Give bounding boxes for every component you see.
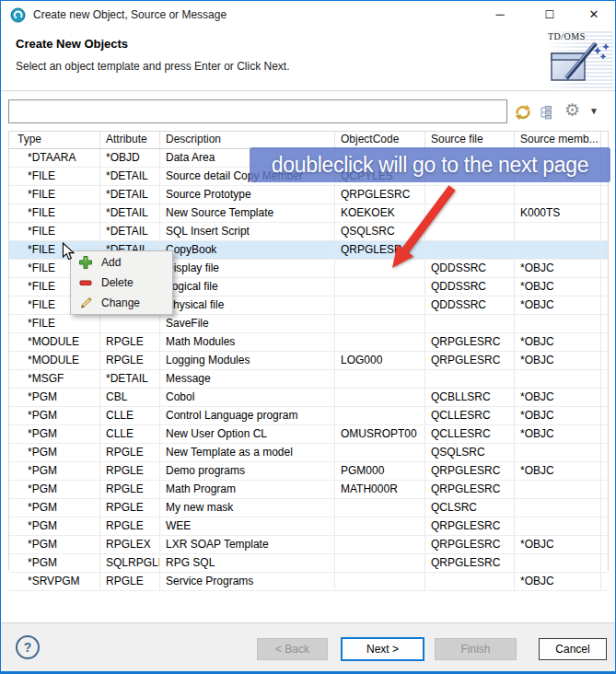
close-button[interactable]: ✕: [577, 1, 610, 29]
table-row[interactable]: *FILESaveFile: [9, 315, 608, 333]
table-row[interactable]: *PGMSQLRPGLERPG SQLQRPGLESRC: [9, 554, 608, 573]
table-cell: *OBJC: [515, 296, 601, 314]
maximize-button[interactable]: ☐: [533, 1, 566, 29]
page-title: Create New Objects: [16, 37, 128, 51]
table-cell: [515, 186, 601, 203]
table-cell: *PGM: [9, 517, 100, 535]
table-cell: RPGLEX: [100, 536, 160, 553]
column-header[interactable]: ObjectCode: [335, 132, 425, 148]
table-cell: *DETAIL: [100, 370, 160, 388]
column-header[interactable]: Source file: [425, 132, 515, 148]
finish-button[interactable]: Finish: [435, 638, 517, 660]
filter-input[interactable]: [8, 99, 507, 123]
table-cell: *MODULE: [9, 352, 100, 369]
table-cell: New Source Template: [160, 204, 335, 222]
table-row[interactable]: *MSGF*DETAILMessage: [9, 370, 608, 389]
table-row[interactable]: *FILE*DETAILSource PrototypeQRPGLESRC: [9, 186, 608, 204]
wizard-header: Create New Objects Select an object temp…: [1, 29, 615, 91]
table-row[interactable]: *PGMRPGLEDemo programsPGM000QRPGLESRC*OB…: [9, 462, 608, 481]
annotation-banner: doubleclick will go to the next page: [250, 147, 610, 182]
change-pencil-icon: [78, 296, 93, 310]
table-row[interactable]: *SRVPGMRPGLEService Programs*OBJC: [9, 573, 608, 591]
back-button[interactable]: < Back: [257, 638, 328, 660]
table-cell: *PGM: [9, 407, 100, 424]
table-cell: [335, 517, 425, 535]
sync-icon[interactable]: [514, 103, 532, 122]
table-cell: QCLLESRC: [425, 407, 515, 424]
column-header[interactable]: Type: [9, 132, 100, 148]
window-title: Create new Object, Source or Message: [33, 8, 227, 21]
table-cell: *FILE: [9, 204, 100, 222]
table-cell: LOG000: [335, 352, 425, 369]
table-row[interactable]: *FILE*DETAILNew Source TemplateKOEKOEKK0…: [9, 204, 608, 223]
mouse-cursor-icon: [62, 242, 76, 261]
table-row[interactable]: *MODULERPGLEMath ModulesQRPGLESRC*OBJC: [9, 333, 608, 352]
minimize-button[interactable]: ─: [483, 1, 517, 29]
table-cell: CopyBook: [160, 241, 335, 259]
table-cell: *OBJC: [515, 278, 601, 296]
table-row[interactable]: *FILE*DETAILSQL Insert ScriptQSQLSRC: [9, 223, 608, 241]
button-bar: ? < Back Next > Finish Cancel: [1, 622, 615, 673]
table-row[interactable]: *MODULERPGLELogging ModulesLOG000QRPGLES…: [9, 352, 608, 370]
table-cell: RPGLE: [100, 573, 160, 590]
table-cell: *OBJC: [515, 536, 601, 553]
table-row[interactable]: *PGMRPGLEMath ProgramMATH000RQRPGLESRC: [9, 481, 608, 499]
table-cell: New Template as a model: [160, 444, 335, 461]
table-cell: [335, 296, 425, 314]
table-cell: [335, 315, 425, 332]
table-cell: Display file: [160, 260, 335, 277]
column-header[interactable]: Source memb...: [515, 132, 601, 148]
table-cell: *DETAIL: [100, 168, 160, 185]
table-row[interactable]: *PGMCLLENew User Option CLOMUSROPT00QCLL…: [9, 425, 608, 444]
context-menu: Add Delete Change: [70, 250, 173, 315]
table-row[interactable]: *PGMCLLEControl Language programQCLLESRC…: [9, 407, 608, 425]
help-icon[interactable]: ?: [16, 635, 40, 659]
table-cell: [515, 554, 601, 572]
menu-item-add[interactable]: Add: [71, 252, 172, 273]
table-cell: *SRVPGM: [9, 573, 100, 590]
table-row[interactable]: *PGMRPGLEWEEQRPGLESRC: [9, 517, 608, 536]
table-cell: [515, 241, 601, 259]
table-cell: [425, 370, 515, 388]
table-cell: *OBJC: [515, 425, 601, 443]
table-cell: *FILE: [9, 223, 100, 240]
table-cell: QRPGLESRC: [425, 481, 515, 498]
table-cell: [335, 499, 425, 517]
table-cell: *OBJD: [100, 149, 160, 167]
table-cell: Source Prototype: [160, 186, 335, 203]
menu-item-delete[interactable]: Delete: [71, 273, 172, 293]
settings-gear-icon[interactable]: ⚙: [564, 101, 580, 120]
table-cell: Cobol: [160, 389, 335, 406]
table-cell: [515, 315, 601, 332]
table-cell: [335, 333, 425, 351]
table-cell: *DTAARA: [9, 149, 100, 167]
table-row[interactable]: *PGMRPGLENew Template as a modelQSQLSRC: [9, 444, 608, 462]
column-header[interactable]: Attribute: [100, 132, 160, 148]
next-button[interactable]: Next >: [341, 637, 424, 661]
menu-item-change[interactable]: Change: [71, 293, 172, 313]
tdoms-logo: TD/OMS: [544, 29, 613, 88]
table-cell: RPGLE: [100, 333, 160, 351]
table-cell: *FILE: [9, 168, 100, 185]
table-cell: WEE: [160, 517, 335, 535]
tree-icon[interactable]: [539, 105, 553, 120]
wizard-wand-icon: [544, 41, 613, 87]
dropdown-caret-icon[interactable]: ▼: [589, 106, 599, 116]
table-cell: *OBJC: [515, 573, 601, 590]
table-row[interactable]: *PGMCBLCobolQCBLLSRC*OBJC: [9, 389, 608, 407]
table-row[interactable]: *PGMRPGLEMy new maskQCLSRC: [9, 499, 608, 517]
cancel-button[interactable]: Cancel: [539, 638, 607, 660]
table-row[interactable]: *PGMRPGLEXLXR SOAP TemplateQRPGLESRC*OBJ…: [9, 536, 608, 554]
table-cell: [335, 444, 425, 461]
table-cell: QCLLESRC: [425, 425, 515, 443]
window-border-bottom: [1, 671, 615, 673]
template-table: TypeAttributeDescriptionObjectCodeSource…: [8, 131, 609, 571]
table-cell: Logging Modules: [160, 352, 335, 369]
table-cell: *OBJC: [515, 407, 601, 424]
arrow-shaft: [405, 188, 452, 250]
table-cell: New User Option CL: [160, 425, 335, 443]
column-header[interactable]: Description: [160, 132, 335, 148]
table-cell: RPGLE: [100, 352, 160, 369]
table-cell: [335, 573, 425, 590]
table-cell: QRPGLESRC: [425, 554, 515, 572]
